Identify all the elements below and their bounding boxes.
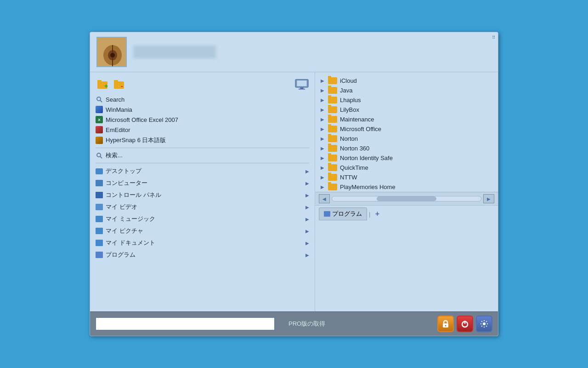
video-label: マイ ビデオ	[106, 203, 137, 211]
svg-text:+: +	[104, 82, 108, 90]
scroll-right-button[interactable]: ▶	[483, 194, 494, 203]
nav-music[interactable]: マイ ミュージック ▶	[90, 213, 315, 225]
folder-icon	[328, 164, 337, 171]
programs-arrow: ▶	[305, 253, 309, 258]
svg-point-24	[483, 322, 486, 325]
folder-arrow: ▶	[321, 126, 325, 132]
folder-arrow: ▶	[321, 136, 325, 141]
add-folder-button[interactable]: +	[96, 78, 110, 91]
hypersnap-item[interactable]: HyperSnap 6 日本語版	[90, 135, 315, 146]
folder-arrow: ▶	[321, 98, 325, 103]
scroll-left-button[interactable]: ◀	[319, 194, 330, 203]
scroll-thumb[interactable]	[377, 196, 436, 201]
search-icon	[96, 96, 103, 103]
svg-rect-5	[110, 41, 115, 45]
emeditor-item[interactable]: EmEditor	[90, 125, 315, 135]
folder-arrow: ▶	[321, 155, 325, 161]
nav-computer[interactable]: コンピューター ▶	[90, 177, 315, 189]
resize-handle[interactable]: ⠿	[492, 35, 495, 40]
svg-text:-: -	[121, 82, 123, 90]
winmania-icon	[96, 106, 103, 113]
nav-video[interactable]: マイ ビデオ ▶	[90, 201, 315, 213]
folder-lhaplus[interactable]: ▶ Lhaplus	[315, 95, 498, 105]
desktop-label: デスクトップ	[106, 167, 141, 175]
folder-arrow: ▶	[321, 78, 325, 83]
computer-arrow: ▶	[305, 181, 309, 186]
remove-folder-button[interactable]: -	[112, 78, 127, 91]
folder-lilybox[interactable]: ▶ LilyBox	[315, 105, 498, 115]
folder-norton[interactable]: ▶ Norton	[315, 134, 498, 144]
programs-label: プログラム	[106, 251, 136, 259]
emeditor-icon	[96, 126, 103, 133]
scroll-area: ◀ ▶	[315, 192, 498, 205]
folder-maintenance[interactable]: ▶ Maintenance	[315, 115, 498, 124]
power-icon	[460, 319, 469, 328]
folder-icon	[328, 116, 337, 123]
excel-label: Microsoft Office Excel 2007	[106, 116, 178, 123]
add-folder-icon: +	[96, 78, 109, 91]
folder-nttw[interactable]: ▶ NTTW	[315, 172, 498, 182]
folder-icon	[328, 174, 337, 181]
svg-line-19	[100, 156, 102, 158]
folder-arrow: ▶	[321, 175, 325, 180]
folder-label: PlayMemories Home	[340, 184, 396, 190]
programs-tab[interactable]: プログラム	[319, 207, 367, 220]
folder-java[interactable]: ▶ Java	[315, 86, 498, 95]
winmania-label: WinMania	[106, 106, 132, 113]
folder-icon	[328, 155, 337, 161]
monitor-icon	[294, 78, 309, 91]
svg-point-16	[97, 97, 101, 101]
user-area	[90, 32, 498, 72]
right-panel: ▶ iCloud ▶ Java ▶ Lhaplus ▶ LilyBox ▶	[315, 72, 498, 311]
folder-norton360[interactable]: ▶ Norton 360	[315, 144, 498, 153]
folder-arrow: ▶	[321, 107, 325, 112]
folder-label: Microsoft Office	[340, 126, 381, 132]
search-menu-item[interactable]: Search	[90, 94, 315, 104]
add-tab-button[interactable]: +	[372, 209, 382, 219]
folder-nortonidentity[interactable]: ▶ Norton Identity Safe	[315, 153, 498, 163]
picture-icon	[96, 227, 103, 235]
user-avatar	[96, 37, 127, 67]
computer-icon	[96, 179, 103, 187]
excel-item[interactable]: X Microsoft Office Excel 2007	[90, 115, 315, 125]
folder-arrow: ▶	[321, 88, 325, 93]
computer-label: コンピューター	[106, 179, 147, 187]
folder-icon	[328, 184, 337, 190]
music-arrow: ▶	[305, 217, 309, 222]
power-button[interactable]	[457, 316, 473, 332]
user-name	[133, 46, 216, 58]
nav-programs[interactable]: プログラム ▶	[90, 249, 315, 261]
folder-arrow: ▶	[321, 165, 325, 170]
pro-version-label: PRO版の取得	[288, 320, 325, 328]
docs-label: マイ ドキュメント	[106, 239, 155, 247]
lock-button[interactable]	[437, 316, 454, 332]
monitor-button[interactable]	[294, 78, 309, 91]
tab-divider: |	[369, 211, 370, 218]
folder-label: Maintenance	[340, 116, 374, 123]
nav-docs[interactable]: マイ ドキュメント ▶	[90, 237, 315, 249]
folder-quicktime[interactable]: ▶ QuickTime	[315, 163, 498, 172]
folder-msoffice[interactable]: ▶ Microsoft Office	[315, 124, 498, 134]
search-box-label: 検索...	[106, 151, 123, 160]
search-label: Search	[106, 96, 124, 103]
folder-icloud[interactable]: ▶ iCloud	[315, 76, 498, 86]
excel-icon: X	[96, 116, 103, 123]
folder-playmemories[interactable]: ▶ PlayMemories Home	[315, 182, 498, 192]
svg-point-21	[445, 325, 447, 327]
folder-label: QuickTime	[340, 164, 368, 171]
menu-divider-2	[96, 163, 309, 163]
folder-label: Java	[340, 87, 352, 94]
picture-arrow: ▶	[305, 229, 309, 234]
settings-button[interactable]	[476, 316, 492, 332]
nav-picture[interactable]: マイ ピクチャ ▶	[90, 225, 315, 237]
nav-desktop[interactable]: デスクトップ ▶	[90, 165, 315, 177]
bottom-bar: PRO版の取得	[90, 311, 498, 336]
search-input[interactable]	[96, 317, 275, 330]
search-box-item[interactable]: 検索...	[90, 150, 315, 161]
svg-line-17	[100, 100, 102, 102]
winmania-item[interactable]: WinMania	[90, 104, 315, 115]
nav-control[interactable]: コントロール パネル ▶	[90, 189, 315, 201]
hypersnap-label: HyperSnap 6 日本語版	[106, 136, 166, 144]
svg-rect-10	[114, 80, 118, 82]
music-label: マイ ミュージック	[106, 215, 155, 223]
